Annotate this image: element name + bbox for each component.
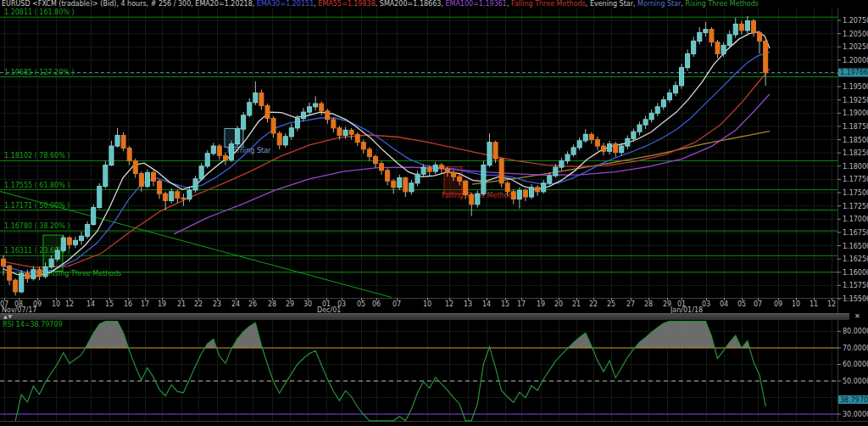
- candle: [680, 68, 684, 86]
- candle: [698, 32, 702, 41]
- candle: [511, 192, 515, 199]
- candle: [115, 136, 120, 146]
- candle: [421, 167, 426, 174]
- price-axis-label: 1.17250: [843, 203, 868, 210]
- candle: [8, 266, 12, 280]
- candle: [277, 133, 281, 145]
- time-axis-label: 22: [194, 300, 203, 308]
- price-axis-label: 1.18250: [843, 149, 868, 157]
- fib-level-label: 1.18102 ( 78.60% ): [4, 152, 70, 160]
- time-axis-label: 26: [248, 300, 257, 308]
- candle: [487, 143, 492, 165]
- candle: [373, 157, 377, 164]
- candle: [308, 107, 312, 112]
- candle: [493, 143, 498, 159]
- candle: [554, 167, 558, 176]
- close-icon[interactable]: ✕: [854, 312, 860, 320]
- candle: [499, 159, 504, 183]
- candle: [302, 112, 306, 118]
- time-axis-label: 23: [213, 300, 221, 308]
- candle: [409, 183, 414, 192]
- candle: [259, 93, 264, 106]
- candle: [67, 238, 71, 244]
- price-axis-label: 1.19250: [843, 97, 868, 104]
- candle: [427, 167, 431, 171]
- candle: [608, 144, 612, 152]
- candle: [265, 106, 270, 119]
- candle: [145, 172, 149, 186]
- time-axis-label: 04: [720, 300, 728, 308]
- candle: [86, 225, 90, 237]
- candle: [398, 178, 402, 188]
- candle: [25, 273, 30, 278]
- time-axis-label: 09: [774, 300, 782, 308]
- time-axis-label: 15: [501, 300, 509, 308]
- time-axis-label: 27: [626, 300, 635, 308]
- candle: [331, 120, 336, 128]
- candle: [445, 169, 449, 172]
- candle: [589, 134, 593, 139]
- rsi-axis-label: 30.00000: [843, 411, 868, 418]
- price-axis-label: 1.17000: [843, 216, 868, 223]
- rsi-axis-label: 70.00000: [843, 345, 868, 352]
- fib-level-label: 1.20811 ( 161.80% ): [4, 8, 75, 16]
- time-axis-label: 12: [445, 300, 453, 308]
- candle: [392, 181, 396, 187]
- time-axis-label: 05: [357, 300, 365, 308]
- candle: [523, 191, 527, 197]
- time-axis-label: 28: [644, 300, 653, 308]
- candle: [481, 165, 486, 194]
- time-axis-label: 14: [86, 300, 95, 308]
- rsi-axis-label: 50.00000: [843, 378, 868, 385]
- price-axis-label: 1.17500: [843, 189, 868, 197]
- candle: [19, 273, 24, 292]
- price-axis-label: 1.19500: [843, 83, 868, 91]
- candle: [343, 130, 348, 135]
- price-axis-label: 1.18750: [843, 123, 868, 131]
- candle: [632, 132, 636, 138]
- candle: [314, 104, 318, 107]
- candle: [403, 178, 408, 192]
- candle: [80, 236, 84, 240]
- time-axis-label: 13: [464, 300, 472, 308]
- candle: [542, 183, 546, 192]
- scrollbar-arrows-icon[interactable]: ▲▼: [3, 313, 13, 319]
- chart-canvas[interactable]: 1.20811 ( 161.80% )1.19685 ( 127.20% )1.…: [0, 0, 868, 426]
- candle: [530, 188, 534, 197]
- candle: [745, 21, 749, 31]
- candle: [158, 181, 162, 193]
- price-axis-label: 1.18500: [843, 137, 868, 144]
- candle: [595, 140, 599, 146]
- time-axis-label: 06: [372, 300, 381, 308]
- candle: [61, 238, 65, 250]
- candle: [577, 141, 581, 148]
- candle: [253, 93, 258, 103]
- candle: [223, 155, 227, 160]
- time-axis-label: 17: [517, 300, 526, 308]
- time-axis-label: 05: [737, 300, 746, 308]
- time-axis-label: 25: [607, 300, 615, 308]
- trading-chart-window: EURUSD <FXCM (tradable)> (Bid), 4 hours,…: [0, 0, 868, 426]
- candle: [739, 24, 743, 30]
- candle: [205, 154, 209, 166]
- candle: [289, 128, 293, 137]
- candle: [367, 149, 371, 157]
- candle: [2, 259, 6, 266]
- price-axis-label: 1.16750: [843, 229, 868, 237]
- candle: [536, 188, 540, 192]
- candle: [620, 146, 624, 152]
- time-axis-label: 28: [268, 300, 276, 308]
- candle: [152, 172, 156, 181]
- candle: [248, 103, 252, 115]
- horizontal-scrollbar[interactable]: ▲▼: [0, 313, 849, 320]
- candle: [464, 181, 468, 194]
- candle: [458, 177, 462, 181]
- fib-level-label: 1.16780 ( 38.20% ): [4, 222, 70, 230]
- time-axis-label: 12: [65, 300, 74, 308]
- candle: [181, 198, 186, 199]
- price-axis-label: 1.20750: [843, 17, 868, 25]
- candle: [199, 166, 203, 179]
- svg-text:1.19766: 1.19766: [840, 69, 868, 76]
- candle: [170, 192, 174, 201]
- time-axis-label: 10: [52, 300, 60, 308]
